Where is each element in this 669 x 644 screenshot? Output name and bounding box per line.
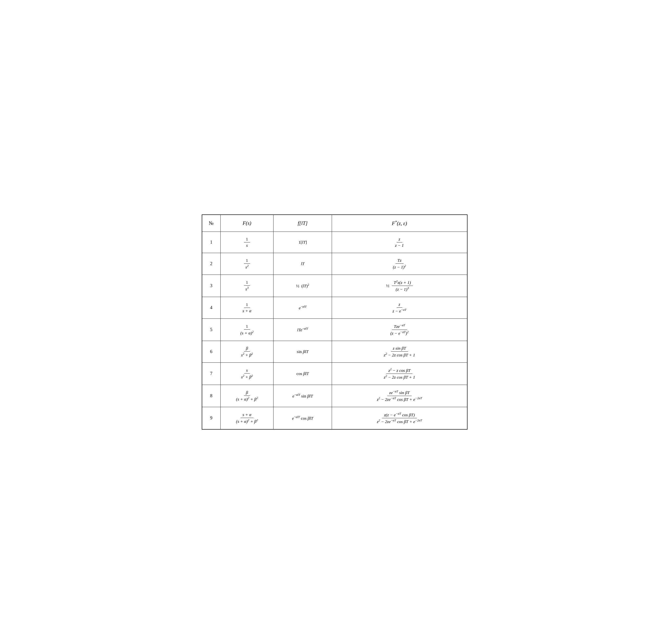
table-row: 1 1 s 1[lT] z z − 1 [202,232,467,253]
row-2-fs: 1 s2 [220,253,273,275]
table-row: 4 1 s + α e−αlT z z − e−αT [202,297,467,319]
fraction: β (s + α)2 + β2 [234,390,260,402]
row-3-num: 3 [202,275,220,297]
z-transform-table: № F(s) f[lT] F*(z, ε) 1 1 s 1[lT] [202,215,468,429]
fraction: Tz (z − 1)2 [391,258,408,270]
row-5-fstar: Tze−αT (z − e−αT)2 [332,319,467,341]
row-9-fs: s + α (s + α)2 + β2 [220,407,273,429]
row-1-num: 1 [202,232,220,253]
fraction: z(z − e−αT cos βT) z2 − 2ze−αT cos βT + … [375,411,424,425]
fraction: ze−αT sin βT z2 − 2ze−αT cos βT + e−2αT [375,389,424,402]
row-8-flt: e−αlT sin βlT [273,385,332,407]
row-4-flt: e−αlT [273,297,332,319]
fraction: 1 (s + α)2 [239,323,256,336]
header-num: № [202,215,220,232]
row-1-fs: 1 s [220,232,273,253]
row-6-fstar: z sin βT z2 − 2z cos βT + 1 [332,341,467,363]
fraction: T2z(z + 1) (z − 1)3 [392,279,413,292]
fraction: 1 s2 [243,258,251,270]
row-9-flt: e−αlT cos βlT [273,407,332,429]
row-5-fs: 1 (s + α)2 [220,319,273,341]
table-row: 2 1 s2 lT Tz (z − 1)2 [202,253,467,275]
row-6-flt: sin βlT [273,341,332,363]
fraction: s + α (s + α)2 + β2 [234,412,260,425]
fraction: 1 s [244,236,250,248]
table-row: 3 1 s3 ½ (lT)2 ½ T2z(z + 1) (z − 1)3 [202,275,467,297]
header-row: № F(s) f[lT] F*(z, ε) [202,215,467,232]
row-3-fs: 1 s3 [220,275,273,297]
row-4-fs: 1 s + α [220,297,273,319]
header-fstar: F*(z, ε) [332,215,467,232]
row-7-fs: s s2 + β2 [220,363,273,385]
row-8-fstar: ze−αT sin βT z2 − 2ze−αT cos βT + e−2αT [332,385,467,407]
fraction: z z − 1 [393,236,405,248]
fraction: 1 s3 [243,279,251,292]
fraction: z2 − z cos βT z2 − 2z cos βT + 1 [382,367,417,380]
row-2-fstar: Tz (z − 1)2 [332,253,467,275]
fraction: z sin βT z2 − 2z cos βT + 1 [382,345,417,358]
row-1-fstar: z z − 1 [332,232,467,253]
row-6-num: 6 [202,341,220,363]
row-7-fstar: z2 − z cos βT z2 − 2z cos βT + 1 [332,363,467,385]
fraction: β s2 + β2 [239,345,255,358]
row-6-fs: β s2 + β2 [220,341,273,363]
table-row: 6 β s2 + β2 sin βlT z sin βT z2 − 2z cos… [202,341,467,363]
row-2-flt: lT [273,253,332,275]
row-8-fs: β (s + α)2 + β2 [220,385,273,407]
row-4-num: 4 [202,297,220,319]
fraction: 1 s + α [241,302,254,314]
table-row: 9 s + α (s + α)2 + β2 e−αlT cos βlT z(z … [202,407,467,429]
table-row: 7 s s2 + β2 cos βlT z2 − z cos βT z2 − 2… [202,363,467,385]
row-3-flt: ½ (lT)2 [273,275,332,297]
header-flt: f[lT] [273,215,332,232]
row-7-flt: cos βlT [273,363,332,385]
row-3-fstar: ½ T2z(z + 1) (z − 1)3 [332,275,467,297]
table-row: 5 1 (s + α)2 lTe−αlT Tze−αT (z − e−αT)2 [202,319,467,341]
main-container: № F(s) f[lT] F*(z, ε) 1 1 s 1[lT] [202,215,468,429]
row-5-num: 5 [202,319,220,341]
fraction: z z − e−αT [390,301,408,314]
fraction: s s2 + β2 [239,367,255,380]
row-5-flt: lTe−αlT [273,319,332,341]
fraction: Tze−αT (z − e−αT)2 [388,323,411,336]
row-1-flt: 1[lT] [273,232,332,253]
row-2-num: 2 [202,253,220,275]
row-8-num: 8 [202,385,220,407]
row-9-fstar: z(z − e−αT cos βT) z2 − 2ze−αT cos βT + … [332,407,467,429]
row-9-num: 9 [202,407,220,429]
header-fs: F(s) [220,215,273,232]
table-row: 8 β (s + α)2 + β2 e−αlT sin βlT ze−αT si… [202,385,467,407]
row-7-num: 7 [202,363,220,385]
row-4-fstar: z z − e−αT [332,297,467,319]
